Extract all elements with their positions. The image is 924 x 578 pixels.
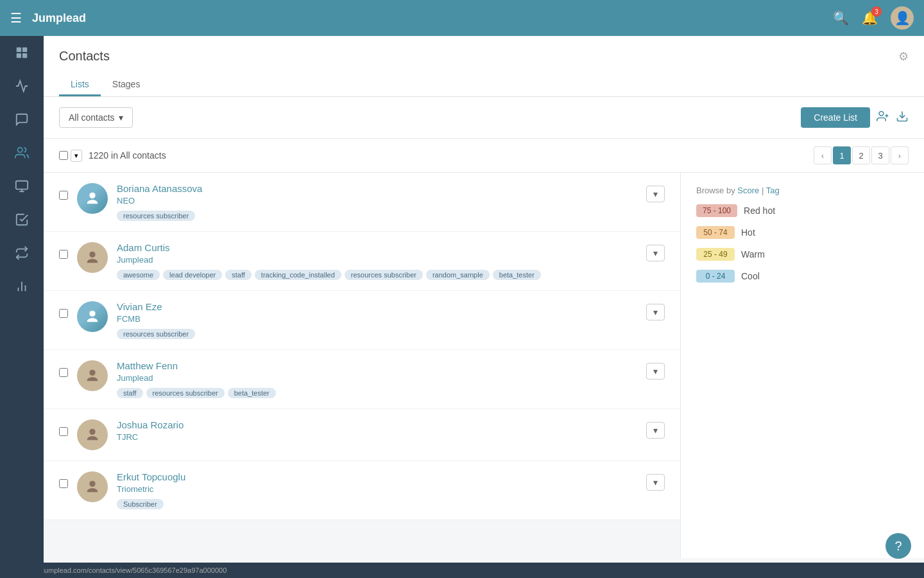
user-avatar[interactable]: 👤 xyxy=(891,6,914,30)
tag[interactable]: random_sample xyxy=(426,270,490,280)
contact-name-3[interactable]: Vivian Eze xyxy=(117,301,162,312)
contact-company-6: Triometric xyxy=(117,484,637,494)
tag[interactable]: resources subscriber xyxy=(117,211,195,221)
toolbar-right: Create List xyxy=(801,107,909,128)
contact-checkbox-6[interactable] xyxy=(59,479,68,488)
topbar-icons: 🔍 🔔 3 👤 xyxy=(833,6,914,30)
browse-label: Browse by Score | Tag xyxy=(696,186,909,195)
tag[interactable]: lead developer xyxy=(163,270,222,280)
tag[interactable]: beta_tester xyxy=(493,270,541,280)
sidebar-item-flows[interactable] xyxy=(0,236,44,270)
settings-icon[interactable]: ⚙ xyxy=(898,49,909,64)
contact-company-3: FCMB xyxy=(117,314,637,324)
sidebar-item-monitor[interactable] xyxy=(0,170,44,203)
sidebar-item-tasks[interactable] xyxy=(0,203,44,236)
tag[interactable]: tracking_code_installed xyxy=(255,270,341,280)
contact-name-1[interactable]: Boriana Atanassova xyxy=(117,183,202,194)
sidebar-item-analytics[interactable] xyxy=(0,69,44,103)
score-label-hot: Hot xyxy=(741,227,755,238)
tag[interactable]: awesome xyxy=(117,270,160,280)
contact-info: Boriana Atanassova NEO resources subscri… xyxy=(117,183,637,221)
avatar xyxy=(77,471,108,502)
tab-stages[interactable]: Stages xyxy=(101,74,152,96)
contact-action-1[interactable]: ▾ xyxy=(646,186,665,202)
svg-rect-5 xyxy=(16,181,28,189)
score-badge-warm[interactable]: 25 - 49 xyxy=(696,248,735,261)
contact-name-5[interactable]: Joshua Rozario xyxy=(117,419,184,430)
score-badge-cool[interactable]: 0 - 24 xyxy=(696,270,735,283)
tag[interactable]: staff xyxy=(225,270,252,280)
sidebar-item-reports[interactable] xyxy=(0,270,44,303)
table-row: Boriana Atanassova NEO resources subscri… xyxy=(44,173,680,232)
browse-panel: Browse by Score | Tag 75 - 100 Red hot 5… xyxy=(680,173,924,558)
score-link[interactable]: Score xyxy=(737,186,759,195)
sidebar-item-dashboard[interactable] xyxy=(0,36,44,69)
contact-tags-3: resources subscriber xyxy=(117,329,637,339)
search-icon[interactable]: 🔍 xyxy=(833,10,849,26)
contact-action-6[interactable]: ▾ xyxy=(646,474,665,491)
contact-action-5[interactable]: ▾ xyxy=(646,422,665,439)
select-caret[interactable]: ▾ xyxy=(71,150,82,162)
page-prev[interactable]: ‹ xyxy=(814,146,832,164)
page-title-row: Contacts ⚙ xyxy=(59,49,909,64)
contact-checkbox-4[interactable] xyxy=(59,368,68,377)
filter-dropdown[interactable]: All contacts ▾ xyxy=(59,107,133,128)
help-button[interactable]: ? xyxy=(886,533,911,559)
contact-name-2[interactable]: Adam Curtis xyxy=(117,242,170,253)
contact-checkbox-2[interactable] xyxy=(59,250,68,259)
assign-icon[interactable] xyxy=(877,110,889,126)
score-row-cool: 0 - 24 Cool xyxy=(696,270,909,283)
tag-link[interactable]: Tag xyxy=(766,186,780,195)
contact-name-6[interactable]: Erkut Topcuoglu xyxy=(117,471,185,482)
tag[interactable]: beta_tester xyxy=(228,388,276,398)
score-label-cool: Cool xyxy=(741,271,760,281)
score-badge-hot[interactable]: 50 - 74 xyxy=(696,226,735,239)
score-row-redhot: 75 - 100 Red hot xyxy=(696,204,909,217)
page-1[interactable]: 1 xyxy=(833,146,851,164)
tab-lists[interactable]: Lists xyxy=(59,74,101,96)
tag[interactable]: Subscriber xyxy=(117,499,164,509)
contact-checkbox-5[interactable] xyxy=(59,427,68,436)
contact-info: Matthew Fenn Jumplead staff resources su… xyxy=(117,360,637,398)
contact-company-5: TJRC xyxy=(117,432,637,442)
notifications-icon[interactable]: 🔔 3 xyxy=(862,10,878,26)
contact-action-3[interactable]: ▾ xyxy=(646,304,665,320)
tag[interactable]: resources subscriber xyxy=(345,270,423,280)
svg-rect-2 xyxy=(17,53,21,58)
contact-company-4: Jumplead xyxy=(117,373,637,383)
page-next[interactable]: › xyxy=(891,146,909,164)
select-all-checkbox[interactable] xyxy=(59,151,68,160)
page-2[interactable]: 2 xyxy=(852,146,870,164)
svg-point-11 xyxy=(879,111,884,116)
contact-info: Vivian Eze FCMB resources subscriber xyxy=(117,301,637,339)
page-header: Contacts ⚙ Lists Stages xyxy=(44,36,924,97)
contact-info: Erkut Topcuoglu Triometric Subscriber xyxy=(117,471,637,509)
count-row: ▾ 1220 in All contacts ‹ 1 2 3 › xyxy=(44,139,924,173)
tag[interactable]: resources subscriber xyxy=(117,329,195,339)
score-row-hot: 50 - 74 Hot xyxy=(696,226,909,239)
page-3[interactable]: 3 xyxy=(871,146,889,164)
tag[interactable]: staff xyxy=(117,388,143,398)
contact-checkbox-3[interactable] xyxy=(59,309,68,318)
menu-icon[interactable]: ☰ xyxy=(10,10,22,26)
tag[interactable]: resources subscriber xyxy=(146,388,225,398)
svg-rect-0 xyxy=(17,48,21,52)
score-row-warm: 25 - 49 Warm xyxy=(696,248,909,261)
filter-label: All contacts xyxy=(69,112,115,123)
contact-name-4[interactable]: Matthew Fenn xyxy=(117,360,178,371)
table-row: Matthew Fenn Jumplead staff resources su… xyxy=(44,350,680,409)
download-icon[interactable] xyxy=(896,110,909,126)
contact-action-2[interactable]: ▾ xyxy=(646,245,665,261)
topbar: ☰ Jumplead 🔍 🔔 3 👤 xyxy=(0,0,924,36)
sidebar-item-contacts[interactable] xyxy=(0,136,44,170)
count-left: ▾ 1220 in All contacts xyxy=(59,150,166,162)
contact-checkbox-1[interactable] xyxy=(59,191,68,200)
contact-tags-4: staff resources subscriber beta_tester xyxy=(117,388,637,398)
create-list-button[interactable]: Create List xyxy=(801,107,870,128)
sidebar-item-inbox[interactable] xyxy=(0,103,44,136)
contact-tags-1: resources subscriber xyxy=(117,211,637,221)
score-badge-redhot[interactable]: 75 - 100 xyxy=(696,204,737,217)
contact-action-4[interactable]: ▾ xyxy=(646,363,665,380)
table-row: Vivian Eze FCMB resources subscriber ▾ xyxy=(44,291,680,350)
page-title: Contacts xyxy=(59,49,110,64)
